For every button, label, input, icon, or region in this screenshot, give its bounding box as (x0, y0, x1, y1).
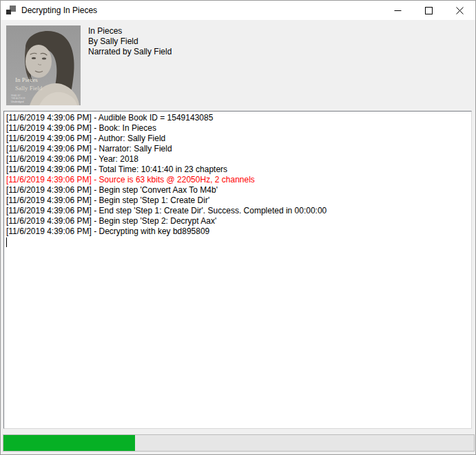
log-line: [11/6/2019 4:39:06 PM] - Begin step 'Con… (6, 185, 469, 195)
log-line: [11/6/2019 4:39:06 PM] - Begin step 'Ste… (6, 195, 469, 206)
cover-badge-line3: Unabridged (11, 100, 24, 103)
minimize-button[interactable] (382, 1, 413, 20)
minimize-icon (394, 7, 402, 14)
log-line: [11/6/2019 4:39:06 PM] - Author: Sally F… (6, 134, 469, 144)
caret-line (6, 237, 469, 247)
log-line: [11/6/2019 4:39:06 PM] - Begin step 'Ste… (6, 216, 469, 226)
book-cover: In Pieces Sally Field READ BY THE AUTHOR… (6, 25, 81, 105)
log-line: [11/6/2019 4:39:06 PM] - Decrypting with… (6, 226, 469, 237)
close-button[interactable] (444, 1, 475, 20)
maximize-icon (425, 7, 433, 14)
log-line: [11/6/2019 4:39:06 PM] - End step 'Step … (6, 206, 469, 216)
window-controls (382, 1, 475, 20)
text-caret (6, 237, 7, 247)
log-line: [11/6/2019 4:39:06 PM] - Total Time: 10:… (6, 165, 469, 175)
log-line: [11/6/2019 4:39:06 PM] - Book: In Pieces (6, 123, 469, 134)
book-info: In Pieces By Sally Field Narrated by Sal… (88, 26, 172, 57)
log-line: [11/6/2019 4:39:06 PM] - Year: 2018 (6, 154, 469, 165)
cover-title-text: In Pieces (15, 76, 38, 83)
book-info-title: In Pieces (88, 26, 172, 36)
app-window: Decrypting In Pieces (0, 0, 476, 455)
book-cover-image: In Pieces Sally Field READ BY THE AUTHOR… (6, 25, 81, 105)
log-line: [11/6/2019 4:39:06 PM] - Audible Book ID… (6, 113, 469, 123)
log-textbox[interactable]: [11/6/2019 4:39:06 PM] - Audible Book ID… (3, 111, 472, 429)
cover-author-text: Sally Field (15, 85, 43, 92)
app-icon-square-small (6, 10, 11, 14)
progress-bar (3, 434, 475, 452)
log-line: [11/6/2019 4:39:06 PM] - Source is 63 kb… (6, 175, 469, 185)
book-info-narrator: Narrated by Sally Field (88, 47, 172, 57)
close-icon (456, 7, 464, 14)
maximize-button[interactable] (413, 1, 444, 20)
app-icon (6, 6, 16, 15)
log-line: [11/6/2019 4:39:06 PM] - Narrator: Sally… (6, 144, 469, 154)
book-info-author: By Sally Field (88, 36, 172, 47)
titlebar[interactable]: Decrypting In Pieces (1, 1, 475, 20)
progress-fill (3, 435, 135, 451)
window-title: Decrypting In Pieces (21, 6, 97, 15)
log-lines: [11/6/2019 4:39:06 PM] - Audible Book ID… (6, 113, 469, 237)
cover-badge-line2: THE AUTHOR (11, 97, 25, 100)
